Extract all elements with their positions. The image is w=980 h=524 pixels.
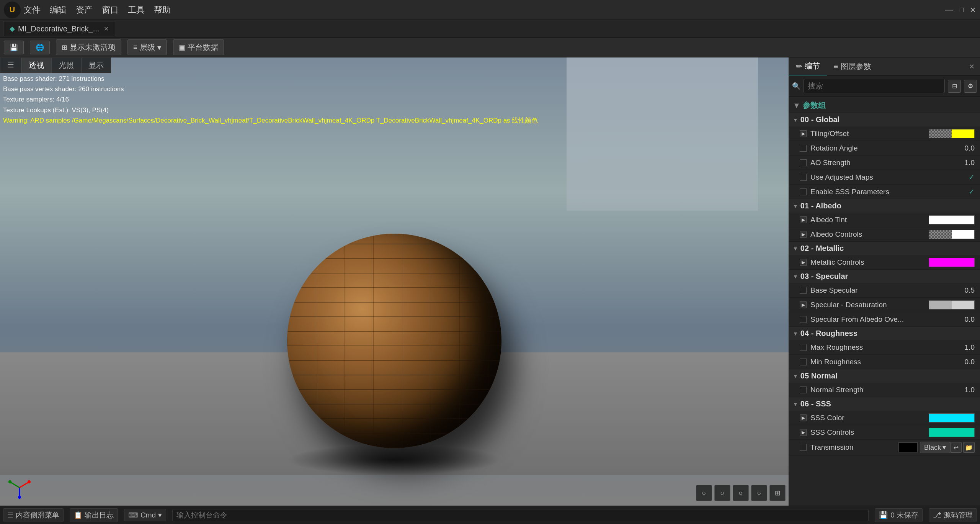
viewport[interactable]: ☰ 透视 光照 显示 Base pass shader: 271 instruc… [0, 57, 789, 506]
viewport-tab-perspective[interactable]: 透视 [21, 57, 51, 73]
param-spec-desat[interactable]: ▶ Specular - Desaturation [789, 298, 980, 312]
save-button[interactable]: 💾 [4, 41, 24, 54]
asset-tab[interactable]: ◆ MI_Decorative_Brick_... ✕ [3, 21, 115, 36]
group-global[interactable]: ▼ 00 - Global [789, 113, 980, 126]
param-cb-max-rough[interactable] [800, 344, 807, 351]
param-label-ao: AO Strength [810, 159, 952, 167]
param-swatch-sss-color[interactable] [929, 413, 975, 422]
param-expand-sss-ctrl[interactable]: ▶ [800, 429, 807, 436]
param-cb-ao[interactable] [800, 159, 807, 166]
group-sss-label: 06 - SSS [800, 400, 831, 408]
unsaved-count[interactable]: 💾 0 未保存 [875, 508, 923, 522]
cmd-label: Cmd [140, 511, 156, 519]
param-cb-adjusted[interactable] [800, 174, 807, 181]
group-roughness[interactable]: ▼ 04 - Roughness [789, 327, 980, 340]
param-expand-tiling[interactable]: ▶ [800, 130, 807, 137]
search-input[interactable] [804, 79, 945, 93]
group-specular[interactable]: ▼ 03 - Specular [789, 270, 980, 283]
transmission-arrows: ↩ 📁 [950, 442, 975, 453]
vp-icon-box[interactable]: ○ [733, 485, 749, 501]
tab-close-icon[interactable]: ✕ [104, 25, 109, 33]
layer-button[interactable]: ≡ 层级 ▾ [127, 39, 167, 55]
menu-window[interactable]: 窗口 [102, 4, 119, 16]
group-sss-arrow: ▼ [793, 401, 798, 407]
group-metallic[interactable]: ▼ 02 - Metallic [789, 242, 980, 255]
param-albedo-tint[interactable]: ▶ Albedo Tint [789, 213, 980, 227]
swatch-checker-albedo [929, 230, 952, 239]
param-cb-sss-enable[interactable] [800, 188, 807, 195]
panel-close-button[interactable]: ✕ [964, 59, 980, 74]
debug-line-3: Texture samplers: 4/16 [3, 94, 538, 105]
menu-file[interactable]: 文件 [24, 4, 41, 16]
drawer-icon: ☰ [7, 511, 13, 519]
param-expand-albedo-tint[interactable]: ▶ [800, 216, 807, 223]
arrow-folder-icon[interactable]: 📁 [963, 442, 975, 453]
world-button[interactable]: 🌐 [30, 41, 50, 54]
console-input[interactable] [172, 509, 869, 521]
param-swatch-sss-ctrl[interactable] [929, 428, 975, 437]
swatch-teal-1 [929, 428, 952, 437]
menu-edit[interactable]: 编辑 [50, 4, 67, 16]
group-normal[interactable]: ▼ 05 Normal [789, 369, 980, 383]
param-sss-controls[interactable]: ▶ SSS Controls [789, 425, 980, 440]
param-cb-spec-albedo[interactable] [800, 316, 807, 323]
params-area[interactable]: ▼ 参数组 ▼ 00 - Global ▶ Tiling/Offset Rota… [789, 97, 980, 506]
param-cb-normal-str[interactable] [800, 386, 807, 393]
viewport-tab-display[interactable]: 显示 [81, 57, 111, 73]
group-albedo[interactable]: ▼ 01 - Albedo [789, 199, 980, 213]
display-button[interactable]: ⊞ 显示未激活项 [56, 39, 121, 55]
vp-icon-camera[interactable]: ○ [751, 485, 767, 501]
param-cb-min-rough[interactable] [800, 359, 807, 365]
param-expand-metallic[interactable]: ▶ [800, 259, 807, 266]
panel-settings-icon[interactable]: ⚙ [964, 80, 977, 93]
main-area: ☰ 透视 光照 显示 Base pass shader: 271 instruc… [0, 57, 980, 506]
vp-icon-grid[interactable]: ⊞ [769, 485, 786, 501]
param-value-max-rough: 1.0 [952, 343, 975, 352]
restore-button[interactable]: □ [959, 5, 964, 15]
close-button[interactable]: ✕ [970, 5, 976, 15]
param-cb-transmission[interactable] [800, 444, 807, 451]
param-cb-base-spec[interactable] [800, 287, 807, 294]
param-expand-spec-desat[interactable]: ▶ [800, 301, 807, 308]
menu-help[interactable]: 帮助 [154, 4, 171, 16]
param-swatch-albedo-tint[interactable] [929, 215, 975, 224]
param-value-min-rough: 0.0 [952, 358, 975, 366]
panel-tab-layers[interactable]: ≡ 图层参数 [827, 57, 878, 75]
param-albedo-controls[interactable]: ▶ Albedo Controls [789, 227, 980, 242]
platform-button[interactable]: ▣ 平台数据 [173, 39, 224, 55]
cmd-dropdown[interactable]: ⌨ Cmd ▾ [124, 509, 166, 521]
world-icon: 🌐 [36, 43, 44, 52]
param-swatch-albedo-ctrl[interactable] [929, 230, 975, 239]
param-cb-rotation[interactable] [800, 145, 807, 152]
param-expand-sss-color[interactable]: ▶ [800, 414, 807, 421]
vp-icon-sphere[interactable]: ○ [696, 485, 712, 501]
panel-columns-icon[interactable]: ⊟ [948, 80, 961, 93]
vp-icon-plane[interactable]: ○ [714, 485, 730, 501]
swatch-cyan-2 [952, 414, 974, 422]
param-swatch-tiling[interactable] [929, 129, 975, 138]
unsaved-icon: 💾 [879, 511, 888, 519]
swatch-checker [929, 129, 952, 138]
debug-text: Base pass shader: 271 instructions Base … [3, 74, 538, 126]
output-log-button[interactable]: 📋 输出日志 [70, 508, 118, 522]
tabbar: ◆ MI_Decorative_Brick_... ✕ [0, 20, 980, 38]
source-control-button[interactable]: ⎇ 源码管理 [929, 508, 977, 522]
viewport-tab-menu[interactable]: ☰ [0, 57, 21, 73]
menu-tools[interactable]: 工具 [128, 4, 145, 16]
param-metallic-controls[interactable]: ▶ Metallic Controls [789, 255, 980, 270]
param-swatch-spec-desat[interactable] [929, 300, 975, 309]
transmission-dropdown[interactable]: Black ▾ [920, 442, 950, 453]
panel-tab-edit[interactable]: ✏ 编节 [789, 57, 827, 75]
group-sss[interactable]: ▼ 06 - SSS [789, 397, 980, 411]
arrow-back-icon[interactable]: ↩ [950, 442, 962, 453]
transmission-black-swatch[interactable] [898, 442, 918, 452]
minimize-button[interactable]: — [945, 5, 953, 15]
param-tiling-offset[interactable]: ▶ Tiling/Offset [789, 126, 980, 141]
menu-asset[interactable]: 资产 [76, 4, 93, 16]
params-group-label[interactable]: ▼ 参数组 [789, 98, 980, 113]
viewport-tab-lighting[interactable]: 光照 [51, 57, 81, 73]
param-sss-color[interactable]: ▶ SSS Color [789, 411, 980, 425]
param-swatch-metallic[interactable] [929, 258, 975, 267]
content-drawer-button[interactable]: ☰ 内容侧滑菜单 [3, 508, 64, 522]
param-expand-albedo-ctrl[interactable]: ▶ [800, 231, 807, 238]
